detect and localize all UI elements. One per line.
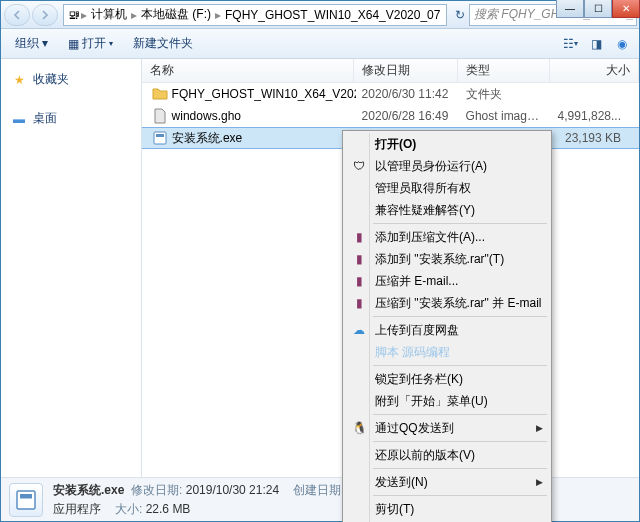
maximize-button[interactable]: ☐ — [584, 0, 612, 18]
cm-qq-send[interactable]: 🐧通过QQ发送到▶ — [345, 417, 549, 439]
cm-take-ownership[interactable]: 管理员取得所有权 — [345, 177, 549, 199]
titlebar: 🖳 ▸ 计算机 ▸ 本地磁盘 (F:) ▸ FQHY_GHOST_WIN10_X… — [1, 1, 639, 29]
breadcrumb-drive[interactable]: 本地磁盘 (F:) — [138, 6, 214, 23]
organize-menu[interactable]: 组织 ▾ — [7, 31, 56, 56]
cm-zip-email[interactable]: ▮压缩并 E-mail... — [345, 270, 549, 292]
open-button[interactable]: ▦打开▾ — [60, 31, 121, 56]
cm-cut[interactable]: 剪切(T) — [345, 498, 549, 520]
submenu-arrow-icon: ▶ — [536, 423, 543, 433]
minimize-button[interactable]: — — [556, 0, 584, 18]
toolbar: 组织 ▾ ▦打开▾ 新建文件夹 ☷▾ ◨ ◉ — [1, 29, 639, 59]
cm-baidu-upload[interactable]: ☁上传到百度网盘 — [345, 319, 549, 341]
svg-rect-3 — [20, 494, 32, 499]
desktop-icon: ▬ — [11, 111, 27, 127]
sidebar: ★ 收藏夹 ▬ 桌面 — [1, 59, 142, 477]
col-name[interactable]: 名称 — [142, 59, 354, 82]
svg-rect-1 — [156, 134, 164, 137]
status-file-icon — [9, 483, 43, 517]
cm-run-as-admin[interactable]: 🛡以管理员身份运行(A) — [345, 155, 549, 177]
forward-button[interactable] — [32, 4, 58, 26]
refresh-icon[interactable]: ↻ — [451, 8, 469, 22]
cm-watermark-line[interactable]: 脚本 源码编程 — [345, 341, 549, 363]
context-menu: 打开(O) 🛡以管理员身份运行(A) 管理员取得所有权 兼容性疑难解答(Y) ▮… — [342, 130, 552, 522]
cm-open[interactable]: 打开(O) — [345, 133, 549, 155]
winrar-icon: ▮ — [351, 295, 367, 311]
window-controls: — ☐ ✕ — [556, 0, 640, 18]
winrar-icon: ▮ — [351, 229, 367, 245]
folder-icon — [152, 86, 168, 102]
svg-rect-0 — [154, 132, 166, 144]
cloud-icon: ☁ — [351, 322, 367, 338]
cm-add-to-rar[interactable]: ▮添加到 "安装系统.rar"(T) — [345, 248, 549, 270]
back-button[interactable] — [4, 4, 30, 26]
cm-pin-taskbar[interactable]: 锁定到任务栏(K) — [345, 368, 549, 390]
new-folder-button[interactable]: 新建文件夹 — [125, 31, 201, 56]
qq-icon: 🐧 — [351, 420, 367, 436]
status-type: 应用程序 — [53, 501, 101, 518]
breadcrumb-folder[interactable]: FQHY_GHOST_WIN10_X64_V2020_07 — [222, 8, 443, 22]
cm-send-to[interactable]: 发送到(N)▶ — [345, 471, 549, 493]
close-button[interactable]: ✕ — [612, 0, 640, 18]
col-size[interactable]: 大小 — [550, 59, 639, 82]
file-row[interactable]: windows.gho 2020/6/28 16:49 Ghost image … — [142, 105, 639, 127]
shield-icon: 🛡 — [351, 158, 367, 174]
winrar-icon: ▮ — [351, 273, 367, 289]
file-row[interactable]: FQHY_GHOST_WIN10_X64_V2020_07 2020/6/30 … — [142, 83, 639, 105]
svg-rect-2 — [17, 491, 35, 509]
address-bar[interactable]: 🖳 ▸ 计算机 ▸ 本地磁盘 (F:) ▸ FQHY_GHOST_WIN10_X… — [63, 4, 447, 26]
column-headers: 名称 修改日期 类型 大小 — [142, 59, 639, 83]
winrar-icon: ▮ — [351, 251, 367, 267]
exe-file-icon — [152, 130, 168, 146]
cm-restore-versions[interactable]: 还原以前的版本(V) — [345, 444, 549, 466]
preview-pane-icon[interactable]: ◨ — [585, 33, 607, 55]
sidebar-desktop[interactable]: ▬ 桌面 — [5, 106, 137, 131]
gho-file-icon — [152, 108, 168, 124]
cm-compat-troubleshoot[interactable]: 兼容性疑难解答(Y) — [345, 199, 549, 221]
star-icon: ★ — [11, 72, 27, 88]
status-filename: 安装系统.exe — [53, 483, 124, 497]
help-icon[interactable]: ◉ — [611, 33, 633, 55]
col-date[interactable]: 修改日期 — [354, 59, 458, 82]
view-options-icon[interactable]: ☷▾ — [559, 33, 581, 55]
submenu-arrow-icon: ▶ — [536, 477, 543, 487]
computer-icon: 🖳 — [68, 8, 80, 22]
col-type[interactable]: 类型 — [458, 59, 550, 82]
cm-zip-rar-email[interactable]: ▮压缩到 "安装系统.rar" 并 E-mail — [345, 292, 549, 314]
sidebar-favorites[interactable]: ★ 收藏夹 — [5, 67, 137, 92]
cm-pin-start[interactable]: 附到「开始」菜单(U) — [345, 390, 549, 412]
breadcrumb-computer[interactable]: 计算机 — [88, 6, 130, 23]
cm-add-to-archive[interactable]: ▮添加到压缩文件(A)... — [345, 226, 549, 248]
